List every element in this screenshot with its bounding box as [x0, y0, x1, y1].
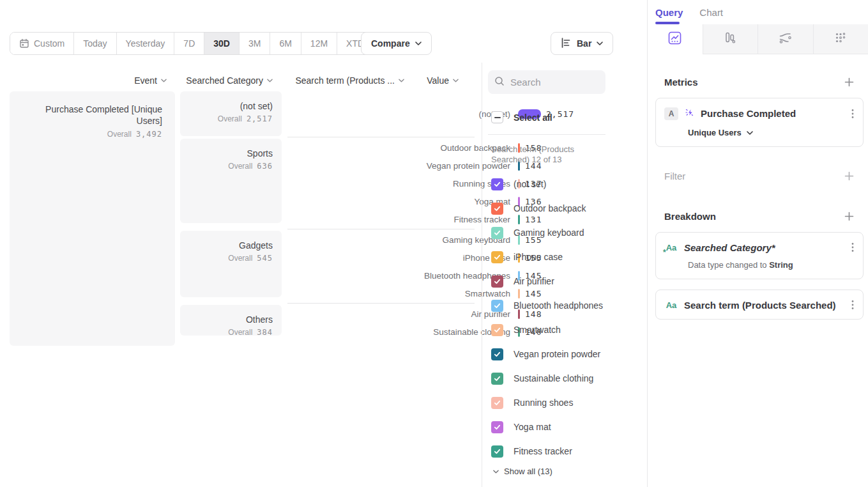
string-property-icon: Aa	[664, 300, 678, 310]
chevron-down-icon	[493, 470, 499, 474]
select-all-checkbox[interactable]	[491, 111, 503, 123]
legend-checkbox[interactable]	[491, 203, 503, 215]
legend-checkbox[interactable]	[491, 275, 503, 288]
legend-checkbox[interactable]	[491, 397, 503, 409]
category-group-not-set: (not set)Overall2,517(not set)2,517	[180, 91, 476, 136]
breakdown-groups: (not set)Overall2,517(not set)2,517Sport…	[180, 91, 476, 341]
overall-label: Overall	[218, 114, 242, 123]
active-tab-underline	[655, 22, 680, 24]
kebab-menu-icon[interactable]	[850, 298, 855, 311]
legend-checkbox[interactable]	[491, 445, 503, 458]
term-header-label: Search term (Products ...	[295, 75, 395, 86]
category-group-others: OthersOverall384Air purifier148Sustainab…	[180, 305, 476, 341]
legend-item-running-shoes[interactable]: Running shoes	[488, 390, 647, 415]
insights-icon	[667, 31, 682, 48]
select-all-label: Select all	[514, 112, 552, 123]
legend-checkbox[interactable]	[491, 373, 503, 385]
date-preset-12m[interactable]: 12M	[301, 33, 337, 54]
legend-item-outdoor-backpack[interactable]: Outdoor backpack	[488, 196, 647, 220]
value-column-header[interactable]: Value	[409, 75, 459, 86]
legend-item-label: Running shoes	[514, 398, 573, 408]
date-preset-today[interactable]: Today	[74, 33, 116, 54]
legend-item-label: Bluetooth headphones	[514, 300, 603, 311]
add-breakdown-button[interactable]	[844, 212, 854, 221]
event-column-header[interactable]: Event	[10, 75, 167, 86]
date-preset-yesterday[interactable]: Yesterday	[117, 33, 175, 54]
legend-checkbox[interactable]	[491, 421, 503, 433]
search-term-column-header[interactable]: Search term (Products ...	[287, 75, 404, 86]
legend-checkbox[interactable]	[491, 348, 503, 360]
add-filter-button[interactable]	[844, 171, 854, 181]
date-preset-custom[interactable]: Custom	[10, 33, 74, 54]
category-card-others[interactable]: OthersOverall384	[180, 305, 282, 336]
legend-checkbox[interactable]	[491, 324, 503, 336]
legend-item-not-set[interactable]: (not set)	[488, 172, 647, 196]
bar-chart-icon	[561, 38, 572, 50]
legend-item-smartwatch[interactable]: Smartwatch	[488, 318, 647, 342]
legend-item-yoga-mat[interactable]: Yoga mat	[488, 415, 647, 439]
breakdown-card-search-term[interactable]: Aa Search term (Products Searched)	[655, 290, 864, 320]
show-all-label: Show all (13)	[504, 467, 552, 476]
category-column-header[interactable]: Searched Category	[180, 75, 273, 86]
legend-item-air-purifier[interactable]: Air purifier	[488, 269, 647, 293]
category-card-gadgets[interactable]: GadgetsOverall545	[180, 231, 282, 297]
overall-value: 545	[257, 254, 273, 263]
search-input[interactable]	[510, 77, 593, 88]
view-tab-funnels[interactable]	[703, 24, 758, 54]
kebab-menu-icon[interactable]	[850, 107, 855, 120]
term-label: Smartwatch	[287, 289, 510, 298]
tab-chart[interactable]: Chart	[699, 7, 723, 18]
legend-item-label: Vegan protein powder	[514, 349, 600, 359]
metric-card[interactable]: A Purchase Completed Unique Users	[655, 98, 864, 147]
legend-item-bluetooth-headphones[interactable]: Bluetooth headphones	[488, 293, 647, 318]
compare-button[interactable]: Compare	[361, 32, 432, 55]
date-preset-label: Today	[83, 38, 107, 49]
view-tab-insights[interactable]	[648, 24, 703, 54]
legend-checkbox[interactable]	[491, 300, 503, 312]
legend-item-label: (not set)	[514, 179, 546, 189]
legend-item-label: Gaming keyboard	[514, 228, 584, 238]
legend-item-sustainable-clothing[interactable]: Sustainable clothing	[488, 366, 647, 390]
legend-checkbox[interactable]	[491, 178, 503, 190]
show-all-button[interactable]: Show all (13)	[488, 467, 647, 476]
category-card-sports[interactable]: SportsOverall636	[180, 139, 282, 223]
select-all-row[interactable]: Select all	[488, 111, 647, 123]
funnel-icon	[723, 31, 737, 47]
event-card[interactable]: Purchase Completed [Unique Users] Overal…	[10, 91, 175, 346]
legend-item-fitness-tracker[interactable]: Fitness tracker	[488, 439, 647, 463]
category-group-sports: SportsOverall636Outdoor backpack158Vegan…	[180, 139, 476, 228]
chevron-down-icon	[597, 42, 603, 45]
compare-label: Compare	[371, 38, 410, 49]
view-tab-flows[interactable]	[758, 24, 813, 54]
check-icon	[494, 182, 501, 187]
date-preset-3m[interactable]: 3M	[240, 33, 270, 54]
legend-search-box[interactable]	[488, 70, 605, 94]
legend-checkbox[interactable]	[491, 227, 503, 239]
category-name: Gadgets	[187, 240, 273, 251]
date-preset-6m[interactable]: 6M	[270, 33, 301, 54]
event-sparkle-icon	[684, 107, 695, 120]
report-type-tabs	[648, 24, 868, 54]
legend-item-gaming-keyboard[interactable]: Gaming keyboard	[488, 220, 647, 245]
flows-icon	[778, 31, 793, 48]
legend-item-iphone-case[interactable]: iPhone case	[488, 245, 647, 269]
chevron-down-icon	[747, 131, 753, 135]
event-card-title: Purchase Completed [Unique Users]	[17, 104, 162, 127]
tab-query[interactable]: Query	[655, 7, 683, 18]
metrics-heading-row: Metrics	[655, 77, 864, 88]
legend-checkbox[interactable]	[491, 251, 503, 263]
date-preset-7d[interactable]: 7D	[174, 33, 204, 54]
kebab-menu-icon[interactable]	[850, 241, 855, 254]
date-preset-30d[interactable]: 30D	[204, 33, 240, 54]
term-label: Gaming keyboard	[287, 235, 510, 245]
legend-item-label: Sustainable clothing	[514, 373, 593, 383]
breakdown-card-searched-category[interactable]: Aa* Searched Category* Data type changed…	[655, 232, 864, 279]
category-card-not-set[interactable]: (not set)Overall2,517	[180, 91, 282, 136]
check-icon	[494, 254, 501, 260]
legend-item-vegan-protein-powder[interactable]: Vegan protein powder	[488, 342, 647, 366]
view-tab-retention[interactable]	[813, 24, 868, 54]
chart-type-button[interactable]: Bar	[551, 32, 613, 55]
measurement-selector[interactable]: Unique Users	[688, 128, 855, 137]
add-metric-button[interactable]	[844, 77, 854, 87]
query-panel: Query Chart Metrics A Purchase Completed	[647, 0, 868, 487]
